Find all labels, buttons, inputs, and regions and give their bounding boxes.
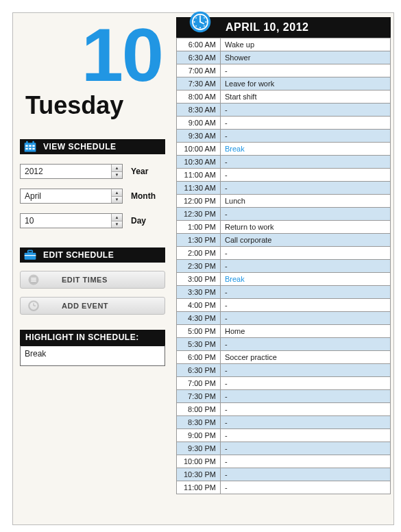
schedule-row[interactable]: 10:30 PM- bbox=[177, 468, 391, 481]
event-cell[interactable]: - bbox=[221, 377, 391, 390]
event-cell[interactable]: - bbox=[221, 260, 391, 273]
schedule-row[interactable]: 7:30 PM- bbox=[177, 390, 391, 403]
schedule-row[interactable]: 6:30 PM- bbox=[177, 364, 391, 377]
schedule-row[interactable]: 5:00 PMHome bbox=[177, 325, 391, 338]
event-cell[interactable]: - bbox=[221, 338, 391, 351]
day-spinner[interactable]: 10 ▲ ▼ bbox=[20, 213, 123, 228]
event-cell[interactable]: Call corporate bbox=[221, 234, 391, 247]
month-spinner[interactable]: April ▲ ▼ bbox=[20, 189, 123, 204]
event-cell[interactable]: - bbox=[221, 416, 391, 429]
view-schedule-label: VIEW SCHEDULE bbox=[43, 142, 117, 152]
event-cell[interactable]: - bbox=[221, 364, 391, 377]
event-cell[interactable]: - bbox=[221, 286, 391, 299]
schedule-row[interactable]: 12:30 PM- bbox=[177, 208, 391, 221]
event-cell[interactable]: - bbox=[221, 104, 391, 117]
event-cell[interactable]: Home bbox=[221, 325, 391, 338]
schedule-row[interactable]: 4:00 PM- bbox=[177, 299, 391, 312]
day-value: 10 bbox=[21, 214, 111, 228]
time-cell: 11:00 PM bbox=[177, 481, 221, 494]
time-cell: 6:30 PM bbox=[177, 364, 221, 377]
svg-rect-7 bbox=[26, 141, 28, 144]
schedule-row[interactable]: 6:30 AMShower bbox=[177, 51, 391, 64]
event-cell[interactable]: Leave for work bbox=[221, 77, 391, 90]
time-cell: 8:30 AM bbox=[177, 104, 221, 117]
event-cell[interactable]: - bbox=[221, 117, 391, 130]
schedule-row[interactable]: 7:30 AMLeave for work bbox=[177, 77, 391, 90]
schedule-row[interactable]: 10:30 AM- bbox=[177, 156, 391, 169]
year-down-arrow[interactable]: ▼ bbox=[112, 172, 122, 179]
svg-point-22 bbox=[199, 15, 201, 16]
event-cell[interactable]: - bbox=[221, 390, 391, 403]
schedule-row[interactable]: 4:30 PM- bbox=[177, 312, 391, 325]
schedule-row[interactable]: 1:00 PMReturn to work bbox=[177, 221, 391, 234]
schedule-row[interactable]: 6:00 AMWake up bbox=[177, 38, 391, 51]
schedule-row[interactable]: 6:00 PMSoccer practice bbox=[177, 351, 391, 364]
highlight-value[interactable]: Break bbox=[20, 345, 165, 366]
event-cell[interactable]: Start shift bbox=[221, 90, 391, 104]
month-down-arrow[interactable]: ▼ bbox=[112, 197, 122, 204]
event-cell[interactable]: Break bbox=[221, 143, 391, 156]
event-cell[interactable]: - bbox=[221, 247, 391, 260]
edit-times-label: EDIT TIMES bbox=[62, 276, 108, 284]
clock-icon bbox=[27, 300, 40, 312]
schedule-row[interactable]: 9:30 PM- bbox=[177, 442, 391, 455]
schedule-row[interactable]: 8:00 PM- bbox=[177, 403, 391, 416]
time-cell: 9:30 PM bbox=[177, 442, 221, 455]
event-cell[interactable]: - bbox=[221, 403, 391, 416]
event-cell[interactable]: - bbox=[221, 299, 391, 312]
svg-rect-9 bbox=[25, 253, 36, 260]
schedule-row[interactable]: 2:00 PM- bbox=[177, 247, 391, 260]
schedule-row[interactable]: 10:00 PM- bbox=[177, 455, 391, 468]
event-cell[interactable]: - bbox=[221, 455, 391, 468]
svg-rect-6 bbox=[32, 148, 34, 150]
schedule-row[interactable]: 5:30 PM- bbox=[177, 338, 391, 351]
event-cell[interactable]: Shower bbox=[221, 51, 391, 64]
event-cell[interactable]: - bbox=[221, 208, 391, 221]
event-cell[interactable]: - bbox=[221, 182, 391, 195]
event-cell[interactable]: - bbox=[221, 442, 391, 455]
svg-rect-15 bbox=[31, 281, 36, 282]
event-cell[interactable]: - bbox=[221, 130, 391, 143]
event-cell[interactable]: Break bbox=[221, 273, 391, 286]
event-cell[interactable]: Wake up bbox=[221, 38, 391, 51]
svg-rect-14 bbox=[31, 279, 36, 280]
schedule-row[interactable]: 11:00 AM- bbox=[177, 169, 391, 182]
event-cell[interactable]: Return to work bbox=[221, 221, 391, 234]
schedule-row[interactable]: 11:00 PM- bbox=[177, 481, 391, 494]
day-up-arrow[interactable]: ▲ bbox=[112, 214, 122, 221]
day-down-arrow[interactable]: ▼ bbox=[112, 221, 122, 228]
schedule-row[interactable]: 9:30 AM- bbox=[177, 130, 391, 143]
month-up-arrow[interactable]: ▲ bbox=[112, 189, 122, 197]
schedule-row[interactable]: 9:00 AM- bbox=[177, 117, 391, 130]
schedule-row[interactable]: 9:00 PM- bbox=[177, 429, 391, 442]
event-cell[interactable]: Lunch bbox=[221, 195, 391, 208]
schedule-row[interactable]: 8:30 AM- bbox=[177, 104, 391, 117]
event-cell[interactable]: - bbox=[221, 481, 391, 494]
schedule-row[interactable]: 1:30 PMCall corporate bbox=[177, 234, 391, 247]
event-cell[interactable]: - bbox=[221, 64, 391, 77]
event-cell[interactable]: Soccer practice bbox=[221, 351, 391, 364]
add-event-button[interactable]: ADD EVENT bbox=[20, 297, 165, 315]
schedule-row[interactable]: 2:30 PM- bbox=[177, 260, 391, 273]
event-cell[interactable]: - bbox=[221, 429, 391, 442]
schedule-row[interactable]: 10:00 AMBreak bbox=[177, 143, 391, 156]
event-cell[interactable]: - bbox=[221, 156, 391, 169]
time-cell: 6:00 AM bbox=[177, 38, 221, 51]
event-cell[interactable]: - bbox=[221, 169, 391, 182]
schedule-row[interactable]: 11:30 AM- bbox=[177, 182, 391, 195]
schedule-row[interactable]: 7:00 PM- bbox=[177, 377, 391, 390]
month-label: Month bbox=[131, 191, 156, 201]
schedule-row[interactable]: 12:00 PMLunch bbox=[177, 195, 391, 208]
schedule-row[interactable]: 3:00 PMBreak bbox=[177, 273, 391, 286]
schedule-row[interactable]: 8:00 AMStart shift bbox=[177, 90, 391, 104]
schedule-row[interactable]: 3:30 PM- bbox=[177, 286, 391, 299]
event-cell[interactable]: - bbox=[221, 312, 391, 325]
year-up-arrow[interactable]: ▲ bbox=[112, 165, 122, 172]
time-cell: 7:30 AM bbox=[177, 77, 221, 90]
schedule-table: 6:00 AMWake up6:30 AMShower7:00 AM-7:30 … bbox=[176, 38, 391, 494]
year-spinner[interactable]: 2012 ▲ ▼ bbox=[20, 164, 123, 179]
schedule-row[interactable]: 8:30 PM- bbox=[177, 416, 391, 429]
event-cell[interactable]: - bbox=[221, 468, 391, 481]
edit-times-button[interactable]: EDIT TIMES bbox=[20, 271, 165, 289]
schedule-row[interactable]: 7:00 AM- bbox=[177, 64, 391, 77]
